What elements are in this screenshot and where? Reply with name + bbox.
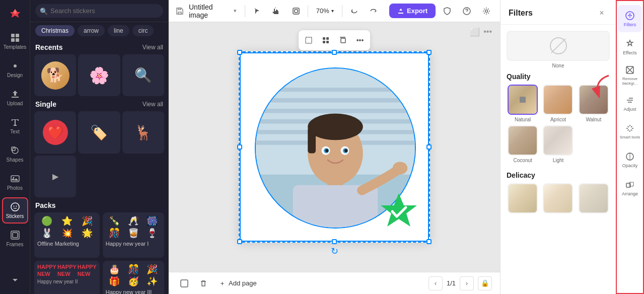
single-sticker-1[interactable]: 🏷️	[78, 111, 120, 153]
page-indicator: 1/1	[447, 279, 456, 287]
help-btn[interactable]	[459, 3, 475, 19]
quality-section-title: Quality	[507, 72, 610, 81]
svg-point-45	[344, 149, 347, 152]
single-sticker-0[interactable]: ❤️	[34, 111, 76, 153]
page-settings-btn[interactable]	[177, 276, 192, 291]
tag-circ[interactable]: circ	[132, 25, 154, 36]
svg-rect-20	[306, 37, 312, 43]
handle-mid-right[interactable]	[426, 144, 432, 150]
tag-christmas[interactable]: Christmas	[35, 25, 75, 36]
tag-arrow[interactable]: arrow	[78, 25, 105, 36]
handle-top-right[interactable]	[426, 50, 432, 55]
right-tool-arrange[interactable]: Arrange	[618, 174, 642, 201]
redo-btn[interactable]	[366, 3, 381, 19]
single-sticker-2[interactable]: 🦌	[122, 111, 164, 153]
handle-mid-left[interactable]	[237, 144, 242, 150]
search-input[interactable]	[35, 4, 163, 18]
export-btn[interactable]: Export	[389, 4, 436, 18]
filter-none[interactable]: None	[507, 31, 610, 68]
handle-bot-right[interactable]	[426, 239, 432, 244]
recents-grid: 🐕 🌸 🔍	[34, 54, 164, 96]
recent-sticker-2[interactable]: 🔍	[122, 54, 164, 96]
zoom-value: 70%	[316, 7, 329, 15]
handle-top-left[interactable]	[237, 50, 242, 55]
pack-offline-marketing[interactable]: 🟢⭐🎉 🐰💥🌟 Offline Marketing	[34, 212, 100, 258]
filter-apricot[interactable]: Apricot	[542, 85, 574, 122]
tag-line[interactable]: line	[108, 25, 129, 36]
export-label: Export	[407, 7, 427, 15]
zoom-control[interactable]: 70% ▾	[312, 7, 338, 15]
canvas-frame[interactable]: •••	[239, 51, 430, 243]
right-tool-filters[interactable]: Filters	[618, 5, 642, 32]
pack-name-3: Happy new year III	[106, 289, 161, 294]
recent-sticker-1[interactable]: 🌸	[78, 54, 120, 96]
single-sticker-next[interactable]: ▶	[34, 156, 76, 197]
filter-delicacy3[interactable]	[578, 183, 610, 215]
pack-happy-new-year[interactable]: 🍾🥂🎆 🎊🥃🍷 Happy new year I	[103, 212, 164, 258]
sidebar-item-upload[interactable]: Upload	[2, 85, 28, 111]
svg-rect-14	[178, 12, 181, 14]
right-tool-label-filters: Filters	[624, 22, 636, 27]
add-page-btn[interactable]: ＋ Add page	[215, 277, 261, 290]
filter-none-label: None	[552, 63, 564, 68]
sidebar-item-photos[interactable]: Photos	[2, 169, 28, 195]
svg-rect-39	[308, 127, 316, 154]
handle-bot-left[interactable]	[237, 239, 242, 244]
right-tool-remove-bg[interactable]: Remove backgr...	[618, 61, 642, 89]
right-tool-smart-tools[interactable]: Smart tools	[618, 118, 642, 145]
sidebar-item-text[interactable]: Text	[2, 113, 28, 139]
sel-tb-grid[interactable]	[318, 32, 334, 48]
filter-coconut[interactable]: Coconut	[507, 125, 539, 163]
svg-rect-24	[326, 41, 329, 43]
right-tool-adjust[interactable]: Adjust	[618, 90, 642, 117]
rotate-handle[interactable]: ↻	[331, 246, 338, 257]
sidebar-label-shapes: Shapes	[7, 157, 24, 163]
handle-bot-mid[interactable]	[332, 239, 337, 244]
filter-coconut-label: Coconut	[514, 158, 532, 163]
settings-btn[interactable]	[478, 3, 494, 19]
pointer-tool-btn[interactable]	[249, 3, 265, 19]
sidebar-item-shapes[interactable]: Shapes	[2, 141, 28, 167]
lock-btn[interactable]: 🔒	[478, 276, 492, 290]
sidebar-item-design[interactable]: Design	[2, 56, 28, 83]
filters-close-btn[interactable]: ×	[596, 7, 608, 19]
pack-4[interactable]: 🎂🎊🎉 🎁🥳✨ Happy new year III	[103, 261, 164, 294]
frame-tool-btn[interactable]	[288, 3, 304, 19]
sel-tb-more[interactable]: •••	[352, 32, 368, 48]
left-sidebar: Templates Design Upload Text Shapes Phot…	[0, 0, 30, 294]
stickers-tags: Christmas arrow line circ	[30, 22, 168, 39]
hand-tool-btn[interactable]	[269, 3, 284, 19]
filters-header: Filters ×	[500, 0, 616, 25]
filter-light[interactable]: Light	[542, 125, 574, 163]
handle-top-mid[interactable]	[332, 50, 337, 55]
next-page-btn[interactable]: ›	[460, 276, 474, 290]
sidebar-item-templates[interactable]: Templates	[2, 28, 28, 54]
sidebar-item-stickers[interactable]: Stickers	[2, 197, 28, 224]
pack-3[interactable]: HAPPY HAPPY HAPPY NEW NEW NEW Happy new …	[34, 261, 100, 294]
sel-tb-copy[interactable]	[335, 32, 351, 48]
selection-toolbar: •••	[299, 30, 370, 50]
right-tool-effects[interactable]: Effects	[618, 33, 642, 60]
recent-sticker-0[interactable]: 🐕	[34, 54, 76, 96]
right-tool-opacity[interactable]: Opacity	[618, 146, 642, 173]
single-view-all[interactable]: View all	[142, 101, 163, 108]
undo-btn[interactable]	[346, 3, 362, 19]
sel-tb-select[interactable]	[301, 32, 317, 48]
filter-natural[interactable]: Natural	[507, 85, 539, 122]
doc-title[interactable]: Untitled image ▾	[189, 3, 237, 19]
canvas-workspace: Page 1 ⬜ ••• •••	[169, 22, 500, 294]
delete-btn[interactable]	[196, 276, 211, 291]
main-area: Untitled image ▾ 70% ▾ Export	[169, 0, 500, 294]
pack-name-1: Happy new year I	[106, 241, 161, 247]
right-tool-label-remove-bg: Remove backgr...	[618, 77, 642, 86]
filter-delicacy2[interactable]	[542, 183, 574, 215]
svg-rect-1	[16, 34, 19, 37]
recents-title: Recents	[35, 43, 62, 51]
sidebar-item-frames[interactable]: Frames	[2, 226, 28, 252]
shield-btn[interactable]	[440, 3, 455, 19]
filter-walnut[interactable]: Walnut	[578, 85, 610, 122]
recents-view-all[interactable]: View all	[142, 44, 163, 51]
prev-page-btn[interactable]: ‹	[428, 276, 443, 290]
filter-delicacy1[interactable]	[507, 183, 539, 215]
sidebar-collapse-btn[interactable]	[2, 270, 28, 290]
